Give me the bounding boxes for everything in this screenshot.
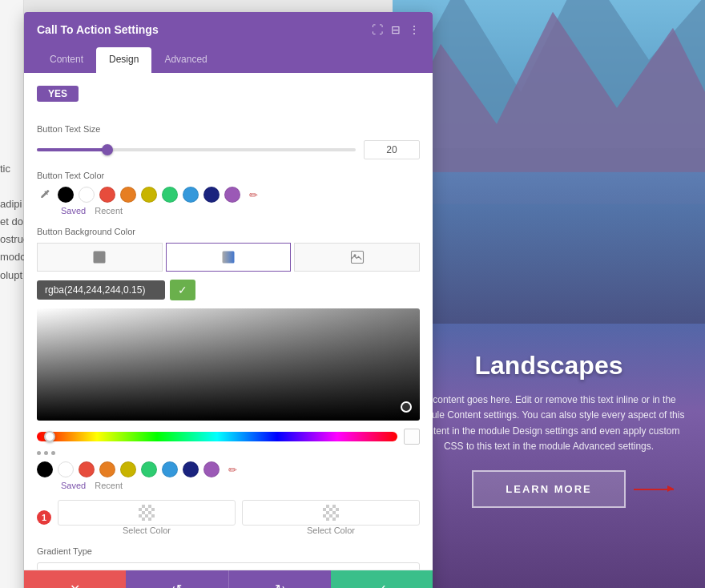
gradient-stop-2-color-box[interactable] <box>242 500 420 526</box>
saved-label[interactable]: Saved <box>61 206 86 215</box>
sidebar-partial-text: ticadipiet doostrucmodcolupt <box>0 160 24 284</box>
dot2 <box>44 451 48 455</box>
left-sidebar: ticadipiet doostrucmodcolupt <box>0 0 24 588</box>
color-gradient-thumb[interactable] <box>401 401 412 413</box>
tab-design[interactable]: Design <box>96 47 151 73</box>
panel-header-icons: ⛶ ⊟ ⋮ <box>372 23 420 36</box>
gradient-stop-1-checker <box>139 505 155 521</box>
button-text-color-label: Button Text Color <box>37 171 420 180</box>
svg-rect-6 <box>393 172 705 324</box>
bg-swatch-black[interactable] <box>37 461 53 477</box>
preview-panel: Landscapes ur content goes here. Edit or… <box>393 0 705 588</box>
panel-title: Call To Action Settings <box>37 23 159 36</box>
bg-swatch-yellow[interactable] <box>120 461 136 477</box>
preview-learn-more-button[interactable]: LEARN MORE <box>472 470 625 508</box>
swatch-orange[interactable] <box>120 187 136 203</box>
preview-title: Landscapes <box>409 351 689 381</box>
bg-swatch-green[interactable] <box>141 461 157 477</box>
swatch-blue[interactable] <box>183 187 199 203</box>
button-text-size-thumb[interactable] <box>102 144 113 155</box>
fullscreen-icon[interactable]: ⛶ <box>372 23 383 36</box>
svg-rect-7 <box>94 252 106 264</box>
bg-swatch-darkblue[interactable] <box>183 461 199 477</box>
panel-body: YES Button Text Size Button Text Color <box>24 73 433 570</box>
bg-swatch-purple[interactable] <box>203 461 220 477</box>
color-value-input[interactable] <box>37 280 165 300</box>
gradient-select-row: 1 Select Color Select Color <box>37 500 420 535</box>
gradient-type-select-row: Linear Radial <box>37 562 420 570</box>
swatch-green[interactable] <box>162 187 178 203</box>
panel-footer: ✕ ↺ ↻ ✓ <box>24 570 433 588</box>
swatch-white[interactable] <box>79 187 95 203</box>
preview-body-text: ur content goes here. Edit or remove thi… <box>409 393 689 454</box>
hue-slider[interactable] <box>37 432 397 441</box>
bg-swatch-orange[interactable] <box>99 461 115 477</box>
button-text-size-label: Button Text Size <box>37 124 420 134</box>
color-tab-image[interactable] <box>294 243 420 272</box>
dots-row-2 <box>37 451 420 455</box>
saved-recent-row: Saved Recent <box>37 206 420 215</box>
button-text-size-value[interactable] <box>364 140 420 159</box>
bg-swatch-white[interactable] <box>58 461 74 477</box>
gradient-stop-2-wrapper: Select Color <box>242 500 420 535</box>
color-confirm-button[interactable]: ✓ <box>170 280 195 300</box>
preview-background-image <box>393 0 705 324</box>
panel-tabs: Content Design Advanced <box>24 47 433 73</box>
gradient-stop-2-checker <box>323 505 339 521</box>
button-text-color-swatches: ✏ <box>37 187 420 203</box>
panel-header: Call To Action Settings ⛶ ⊟ ⋮ <box>24 12 433 47</box>
dot1 <box>37 451 41 455</box>
swatch-edit-icon[interactable]: ✏ <box>245 187 261 203</box>
redo-button[interactable]: ↻ <box>228 570 331 588</box>
color-preview-box <box>404 429 420 445</box>
reset-button[interactable]: ↺ <box>126 570 228 588</box>
preview-content: Landscapes ur content goes here. Edit or… <box>393 335 705 524</box>
cancel-button[interactable]: ✕ <box>24 570 126 588</box>
swatch-darkblue[interactable] <box>203 187 220 203</box>
saved-label-2[interactable]: Saved <box>61 481 86 490</box>
gradient-type-select[interactable]: Linear Radial <box>37 562 420 570</box>
gradient-stop-1-color-box[interactable] <box>58 500 236 526</box>
gradient-stop-1-num: 1 <box>37 510 51 525</box>
swatch-purple[interactable] <box>224 187 240 203</box>
gradient-stop-1-wrapper: Select Color <box>58 500 236 535</box>
button-bg-color-label: Button Background Color <box>37 227 420 236</box>
preview-arrow-indicator <box>634 489 674 490</box>
button-text-size-fill <box>37 148 107 151</box>
color-value-row: ✓ <box>37 280 420 300</box>
eyedropper-icon[interactable] <box>37 187 53 203</box>
settings-panel: Call To Action Settings ⛶ ⊟ ⋮ Content De… <box>24 12 433 588</box>
hue-slider-row <box>37 429 420 445</box>
color-picker-tabs <box>37 243 420 272</box>
bg-swatch-blue[interactable] <box>162 461 178 477</box>
color-tab-gradient[interactable] <box>166 243 292 272</box>
button-text-size-slider-row <box>37 140 420 159</box>
swatch-black[interactable] <box>58 187 74 203</box>
swatch-yellow[interactable] <box>141 187 157 203</box>
saved-recent-row-2: Saved Recent <box>37 481 420 490</box>
yes-badge: YES <box>37 86 79 102</box>
confirm-button[interactable]: ✓ <box>331 570 433 588</box>
bg-swatch-edit-icon[interactable]: ✏ <box>224 461 240 477</box>
color-tab-solid[interactable] <box>37 243 163 272</box>
more-options-icon[interactable]: ⋮ <box>409 23 420 36</box>
swatch-red[interactable] <box>99 187 115 203</box>
button-bg-color-swatches: ✏ <box>37 461 420 477</box>
button-text-size-track[interactable] <box>37 148 356 151</box>
bg-swatch-red[interactable] <box>79 461 95 477</box>
svg-rect-8 <box>223 252 235 264</box>
recent-label[interactable]: Recent <box>95 206 123 215</box>
dot3 <box>51 451 55 455</box>
hue-thumb[interactable] <box>44 431 55 442</box>
gradient-stop-1-label: Select Color <box>58 526 236 535</box>
gradient-type-label: Gradient Type <box>37 546 420 556</box>
gradient-stop-2-label: Select Color <box>242 526 420 535</box>
recent-label-2[interactable]: Recent <box>95 481 123 490</box>
tab-content[interactable]: Content <box>37 47 96 73</box>
color-gradient-canvas[interactable] <box>37 308 420 421</box>
split-icon[interactable]: ⊟ <box>391 23 401 36</box>
tab-advanced[interactable]: Advanced <box>151 47 220 73</box>
